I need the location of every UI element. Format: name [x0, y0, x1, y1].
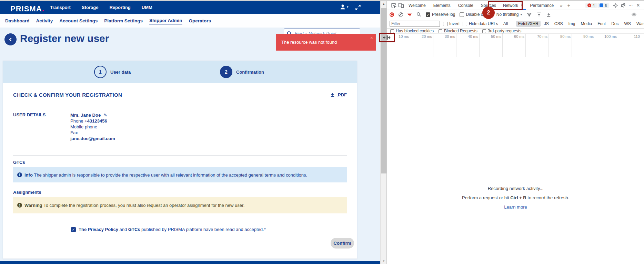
- back-button[interactable]: [4, 33, 17, 45]
- throttling-value: No throttling: [496, 12, 519, 17]
- device-toolbar-icon[interactable]: [397, 2, 405, 9]
- filter-pill-font[interactable]: Font: [595, 21, 608, 27]
- third-party-requests-checkbox[interactable]: 3rd-party requests: [482, 29, 521, 33]
- gtcs-link[interactable]: GTCs: [128, 227, 140, 232]
- network-settings-gear-icon[interactable]: [630, 11, 638, 18]
- inspect-element-icon[interactable]: [390, 2, 397, 9]
- learn-more-link[interactable]: Learn more: [504, 204, 527, 210]
- overflow-menu-icon[interactable]: ⋯: [627, 2, 634, 9]
- download-pdf-button[interactable]: .PDF: [330, 92, 347, 97]
- nav-item-reporting[interactable]: Reporting: [109, 5, 130, 10]
- tab-elements[interactable]: Elements: [430, 1, 454, 10]
- user-menu-button[interactable]: ▾: [340, 4, 349, 10]
- search-network-icon[interactable]: [416, 12, 421, 17]
- throttling-dropdown[interactable]: No throttling▾: [496, 12, 522, 17]
- annotation-badge-2: 2: [482, 7, 495, 19]
- profiles-icon[interactable]: [619, 2, 627, 9]
- filter-pill-all[interactable]: All: [501, 21, 510, 27]
- filter-pill-fetch-xhr[interactable]: Fetch/XHR: [516, 21, 541, 27]
- pdf-label: .PDF: [336, 92, 347, 97]
- status-badges: ×4 6: [585, 3, 609, 8]
- import-har-icon[interactable]: [536, 12, 542, 17]
- tab-console[interactable]: Console: [454, 1, 477, 10]
- more-tabs-icon[interactable]: »: [557, 3, 565, 8]
- instruction-post: to record the refresh.: [526, 195, 569, 200]
- network-conditions-icon[interactable]: [526, 12, 532, 17]
- wizard-stepper: 1 User data 2 Confirmation: [3, 61, 357, 83]
- app-footer-strip: [0, 261, 380, 264]
- filter-pill-js[interactable]: JS: [542, 21, 551, 27]
- step-user-data[interactable]: 1 User data: [94, 66, 131, 78]
- prisma-app-pane: PRISMA. Transport Storage Reporting UMM …: [0, 1, 380, 264]
- registration-card: 1 User data 2 Confirmation CHECK & CONFI…: [3, 61, 357, 259]
- phone-value: +43123456: [84, 118, 107, 124]
- subnav-item-platform-settings[interactable]: Platform Settings: [104, 17, 143, 24]
- user-name-row: Mrs. Jane Doe✎: [70, 112, 115, 118]
- user-icon: [340, 4, 346, 10]
- tab-welcome[interactable]: Welcome: [405, 1, 430, 10]
- filter-pill-ws[interactable]: WS: [622, 21, 633, 27]
- nav-item-umm[interactable]: UMM: [142, 5, 152, 10]
- clear-button[interactable]: [399, 12, 403, 17]
- issues-badge[interactable]: 6: [597, 3, 609, 8]
- hide-data-urls-label: Hide data URLs: [469, 21, 498, 26]
- nav-item-transport[interactable]: Transport: [50, 5, 71, 10]
- filter-pill-media[interactable]: Media: [578, 21, 594, 27]
- subnav-item-account-settings[interactable]: Account Settings: [59, 17, 98, 24]
- filter-input[interactable]: [390, 21, 440, 27]
- filter-icon[interactable]: [407, 13, 412, 16]
- step2-label: Confirmation: [236, 70, 264, 75]
- blocked-requests-checkbox[interactable]: Blocked Requests: [439, 29, 477, 33]
- ruler-tick: 30 ms: [433, 34, 456, 57]
- toast-close-icon[interactable]: ×: [370, 35, 373, 41]
- export-har-icon[interactable]: [546, 12, 551, 17]
- new-tab-icon[interactable]: +: [565, 2, 573, 8]
- settings-gear-icon[interactable]: [612, 2, 619, 9]
- ruler-tick: 60 ms: [503, 34, 526, 57]
- edit-pencil-icon[interactable]: ✎: [103, 113, 107, 118]
- subnav-item-dashboard[interactable]: Dashboard: [5, 17, 30, 24]
- step-confirmation[interactable]: 2 Confirmation: [220, 66, 264, 78]
- tab-network-label: Network: [503, 3, 518, 8]
- invert-checkbox[interactable]: Invert: [443, 21, 460, 26]
- instruction-pre: Perform a request or hit: [462, 195, 510, 200]
- ruler-tick: 90 ms: [572, 34, 595, 57]
- subnav-item-shipper-admin[interactable]: Shipper Admin: [149, 17, 182, 24]
- scroll-down-button[interactable]: ▼: [381, 258, 387, 264]
- prisma-logo[interactable]: PRISMA.: [10, 3, 45, 14]
- tab-network[interactable]: Network ×: [500, 1, 526, 10]
- filter-pills: Fetch/XHR JS CSS Img Media Font Doc WS W…: [516, 21, 644, 27]
- nav-item-storage[interactable]: Storage: [82, 5, 98, 10]
- filter-pill-wasm[interactable]: Wasm: [634, 21, 644, 27]
- subnav-item-activity[interactable]: Activity: [36, 17, 53, 24]
- devtools-close-icon[interactable]: ×: [634, 2, 642, 9]
- subnav-item-operators[interactable]: Operators: [189, 17, 211, 24]
- filter-pill-css[interactable]: CSS: [552, 21, 565, 27]
- privacy-policy-link[interactable]: The Privacy Policy: [79, 227, 118, 232]
- tab-performance[interactable]: Performance: [526, 1, 558, 10]
- preserve-log-label: Preserve log: [432, 12, 455, 17]
- ruler-tick: 50 ms: [480, 34, 503, 57]
- errors-badge[interactable]: ×4: [585, 3, 597, 8]
- ruler-tick: 100 ms: [595, 34, 618, 57]
- filter-pill-img[interactable]: Img: [566, 21, 577, 27]
- user-details-label: USER DETAILS: [13, 112, 70, 141]
- checkbox-checked: ✓: [426, 12, 430, 17]
- record-button[interactable]: [390, 12, 394, 17]
- filter-pill-doc[interactable]: Doc: [609, 21, 621, 27]
- info-body: The shipper admin is responsible to prov…: [34, 172, 307, 178]
- has-blocked-cookies-label: Has blocked cookies: [396, 29, 434, 33]
- scroll-up-button[interactable]: ▲: [381, 1, 387, 7]
- hide-data-urls-checkbox[interactable]: Hide data URLs: [463, 21, 498, 26]
- recording-message: Recording network activity...: [387, 186, 644, 191]
- tab-close-icon[interactable]: ×: [521, 3, 523, 8]
- screen: PRISMA. Transport Storage Reporting UMM …: [0, 0, 644, 264]
- info-banner: i Info The shipper admin is responsible …: [13, 167, 347, 182]
- col-resize-cursor-icon: [383, 35, 391, 40]
- confirm-button[interactable]: Confirm: [331, 238, 354, 249]
- has-blocked-cookies-checkbox[interactable]: Has blocked cookies: [390, 29, 434, 33]
- fullscreen-icon[interactable]: [355, 4, 361, 10]
- warning-banner: ! Warning To complete the registration p…: [13, 197, 347, 213]
- consent-checkbox[interactable]: ✓: [71, 227, 76, 232]
- preserve-log-checkbox[interactable]: ✓Preserve log: [426, 12, 455, 17]
